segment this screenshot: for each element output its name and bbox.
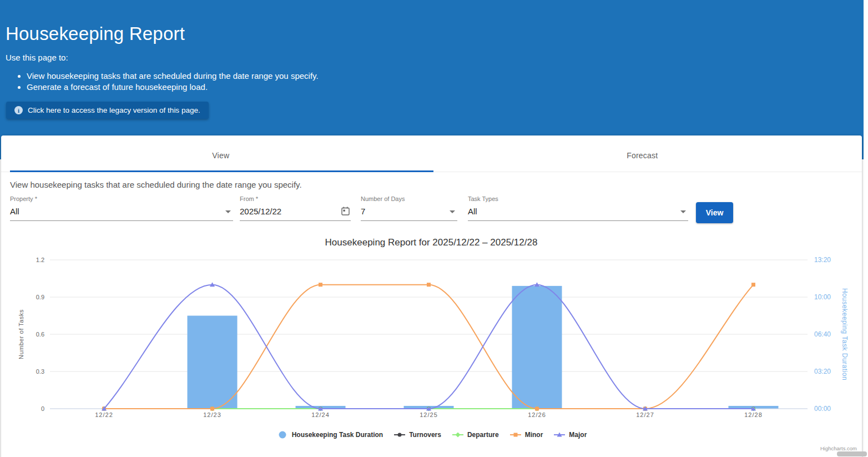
panel-description: View housekeeping tasks that are schedul… [10, 180, 302, 189]
yaxis-right-tick: 00:00 [814, 405, 831, 413]
square-legend-marker-icon [509, 431, 522, 439]
info-icon: i [14, 106, 23, 114]
legacy-version-button[interactable]: i Click here to access the legacy versio… [6, 102, 209, 119]
yaxis-left-title: Number of Tasks [18, 309, 24, 359]
property-label: Property * [10, 195, 37, 202]
legend-label: Turnovers [409, 431, 441, 439]
yaxis-right-tick: 10:00 [814, 293, 831, 301]
scrollbar-thumb[interactable] [837, 451, 867, 456]
diamond-legend-marker-icon [452, 431, 464, 439]
chart-grid: 000:000.303:200.606:400.910:001.213:20 [36, 256, 831, 413]
chart-title: Housekeeping Report for 2025/12/22 – 202… [325, 237, 538, 248]
xaxis-tick: 12/24 [311, 411, 330, 418]
hero-bullet: Generate a forecast of future housekeepi… [27, 82, 864, 93]
legend-item-turnovers[interactable]: Turnovers [393, 431, 441, 439]
chart-canvas: Housekeeping Report for 2025/12/22 – 202… [1, 230, 862, 456]
content-card: View Forecast View housekeeping tasks th… [1, 135, 862, 457]
legend-item-departure[interactable]: Departure [452, 431, 499, 439]
tab-forecast[interactable]: Forecast [432, 141, 854, 170]
tab-bar: View Forecast [10, 141, 853, 170]
hero-bullet: View housekeeping tasks that are schedul… [27, 71, 864, 82]
tab-view[interactable]: View [10, 141, 432, 170]
yaxis-left-tick: 0.9 [36, 294, 44, 300]
hero-bullet-list: View housekeeping tasks that are schedul… [7, 71, 864, 92]
yaxis-left-tick: 0.6 [36, 331, 44, 338]
vertical-scrollbar-track[interactable] [864, 0, 868, 457]
page-title: Housekeeping Report [6, 23, 864, 44]
chevron-down-icon [225, 210, 231, 213]
chevron-down-icon [450, 210, 455, 213]
yaxis-left-tick: 0.3 [36, 368, 44, 375]
chevron-down-icon [680, 210, 686, 213]
yaxis-right-tick: 13:20 [814, 256, 831, 264]
from-date-field[interactable]: From * 2025/12/22 [240, 195, 351, 223]
legend-label: Departure [467, 431, 499, 439]
page: Housekeeping Report Use this page to: Vi… [0, 0, 868, 457]
yaxis-right-tick: 03:20 [814, 368, 831, 375]
yaxis-right-tick: 06:40 [814, 330, 831, 338]
legacy-version-label: Click here to access the legacy version … [28, 106, 200, 114]
hero-subtitle: Use this page to: [6, 53, 864, 62]
view-button[interactable]: View [696, 202, 733, 223]
chart-legend: Housekeeping Task DurationTurnoversDepar… [1, 431, 862, 439]
active-tab-indicator [10, 170, 433, 172]
highcharts-credits[interactable]: Highcharts.com [820, 445, 857, 451]
number-of-days-label: Number of Days [361, 195, 405, 202]
calendar-icon[interactable] [341, 207, 350, 218]
legend-label: Minor [525, 431, 543, 439]
xaxis-tick: 12/25 [420, 411, 438, 418]
legend-item-minor[interactable]: Minor [509, 431, 543, 439]
housekeeping-chart: Housekeeping Report for 2025/12/22 – 202… [1, 230, 862, 456]
field-underline [361, 220, 457, 221]
field-underline [240, 220, 351, 221]
from-value: 2025/12/22 [240, 207, 337, 216]
yaxis-left-tick: 1.2 [36, 257, 44, 263]
task-types-select[interactable]: Task Types All [468, 195, 688, 223]
yaxis-left-tick: 0 [41, 405, 44, 412]
number-of-days-value: 7 [361, 207, 444, 216]
property-select[interactable]: Property * All [10, 195, 233, 223]
legend-label: Housekeeping Task Duration [292, 431, 383, 439]
field-underline [468, 220, 688, 221]
legend-item-housekeeping-task-duration[interactable]: Housekeeping Task Duration [276, 431, 383, 439]
xaxis-tick: 12/22 [95, 411, 113, 418]
triangle-legend-marker-icon [553, 431, 566, 439]
xaxis-tick: 12/27 [636, 411, 654, 418]
circle-legend-marker-icon [276, 431, 289, 439]
from-label: From * [240, 195, 258, 202]
yaxis-right-title: Housekeeping Task Duration [841, 288, 849, 380]
legend-item-major[interactable]: Major [553, 431, 587, 439]
xaxis-tick: 12/28 [744, 411, 763, 418]
legend-label: Major [569, 431, 587, 439]
property-value: All [10, 207, 220, 216]
task-types-label: Task Types [468, 195, 498, 202]
number-of-days-select[interactable]: Number of Days 7 [361, 195, 457, 223]
xaxis-tick: 12/26 [528, 411, 546, 418]
circle-legend-marker-icon [393, 431, 406, 439]
task-types-value: All [468, 207, 675, 216]
xaxis-tick: 12/23 [203, 411, 221, 418]
field-underline [10, 220, 233, 221]
